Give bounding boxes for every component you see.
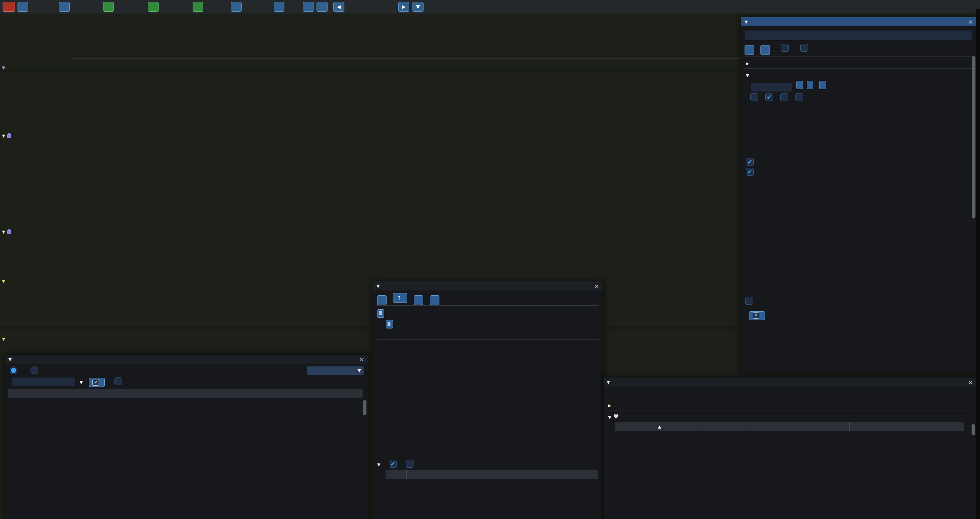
frame-bars-canvas[interactable] [0, 15, 741, 38]
find-zone-scrollbar[interactable] [972, 56, 975, 219]
group-median-swatch [775, 168, 781, 175]
memory-plot-header[interactable]: ▼ [2, 276, 11, 284]
find-button[interactable] [745, 45, 754, 55]
group-mean-checkbox[interactable] [746, 168, 754, 176]
zoom-tool-button[interactable] [317, 2, 328, 12]
copy-icon[interactable] [386, 320, 393, 329]
memory-status [508, 2, 513, 12]
cpu-data-header[interactable]: ▼ [2, 63, 5, 71]
clear-filter-button[interactable]: × [89, 378, 105, 387]
log-values-checkbox[interactable] [750, 93, 758, 101]
thread-swatch [377, 330, 384, 337]
source-button[interactable] [430, 295, 439, 305]
limit-range-checkbox[interactable] [800, 44, 808, 52]
stats-table-header[interactable]: ▼ [8, 389, 363, 398]
location-swatch [377, 321, 384, 328]
stats-scrollbar[interactable] [363, 400, 366, 415]
statistics-button[interactable] [148, 2, 159, 12]
collapse-icon[interactable]: ▼ [377, 284, 380, 289]
reset-button[interactable] [819, 81, 826, 89]
prev-frame-button[interactable]: ◀ [333, 2, 344, 12]
info-button[interactable] [274, 2, 285, 12]
histogram-tree[interactable]: ▼ [746, 70, 749, 79]
cpu-plot-canvas[interactable] [0, 344, 741, 356]
memory-window: ▼× ▶ ▼ ♥ ▲ [603, 377, 977, 519]
cpu-data-rule [0, 71, 741, 71]
allocations-tree[interactable]: ▶ [608, 400, 611, 409]
show-zone-time-checkbox[interactable] [745, 297, 753, 305]
statistics-titlebar[interactable]: ▼× [5, 355, 368, 364]
frame-down-button[interactable]: ▼ [412, 2, 423, 12]
filter-input[interactable] [12, 377, 76, 386]
glthread-header[interactable]: ▼ [2, 131, 11, 139]
messages-table-header [386, 470, 598, 479]
sort-arrow: ▲ [658, 422, 661, 431]
collapse-icon[interactable]: ▼ [607, 380, 610, 385]
power-button[interactable] [3, 2, 15, 12]
memory-button[interactable] [192, 2, 203, 12]
close-icon[interactable]: × [968, 378, 973, 386]
limit-range-checkbox[interactable] [115, 377, 122, 385]
instrumentation-radio[interactable] [10, 366, 18, 374]
legend-row-1 [746, 157, 792, 166]
find-zone-titlebar[interactable]: ▼× [741, 17, 977, 26]
close-icon[interactable]: × [968, 18, 973, 26]
found-zones-row: × [745, 310, 765, 319]
next-frame-button[interactable]: ▶ [398, 2, 409, 12]
zone-statistics-button[interactable] [414, 295, 423, 305]
log-time-checkbox[interactable] [765, 93, 773, 101]
self-time-checkbox[interactable] [795, 93, 803, 101]
sampling-radio[interactable] [30, 366, 38, 374]
ignore-case-checkbox[interactable] [781, 44, 789, 52]
cpu-plot-header[interactable]: ▼ [2, 334, 11, 342]
exclude-children-checkbox[interactable] [406, 460, 414, 468]
memory-scrollbar[interactable] [972, 424, 975, 435]
memory-titlebar[interactable]: ▼× [603, 377, 977, 386]
zone-thread [377, 329, 384, 338]
clear-icon: × [92, 379, 99, 386]
collapse-icon[interactable]: ▼ [377, 462, 380, 467]
close-icon[interactable]: × [359, 355, 364, 363]
clear-button[interactable] [760, 45, 770, 55]
min-bin-input[interactable] [750, 83, 792, 92]
stats-mode-row [10, 366, 73, 375]
zoom-to-zone-button[interactable] [377, 295, 387, 305]
median-swatch [785, 159, 792, 166]
frame-time [429, 2, 431, 12]
streaming-header[interactable]: ▼ [2, 227, 11, 235]
cpu-usage-band-canvas [0, 72, 741, 86]
close-icon[interactable]: × [594, 282, 599, 290]
timing-dropdown[interactable]: ▼ [307, 366, 364, 375]
legend-row-2 [746, 167, 781, 176]
find-zone-search-input[interactable] [745, 30, 972, 41]
copy-icon[interactable] [377, 309, 384, 318]
plus-button[interactable] [807, 81, 813, 89]
ghost-icon [7, 133, 11, 138]
show-zone-time-row [745, 296, 753, 305]
zone-info-buttons: ↑ [377, 293, 439, 305]
tools-button[interactable] [303, 2, 314, 12]
found-clear-button[interactable]: × [749, 311, 765, 320]
group-mean-swatch [756, 168, 762, 175]
matched-locations-tree[interactable]: ▶ [746, 58, 749, 67]
time-relative-checkbox[interactable] [389, 460, 397, 468]
compare-button[interactable] [231, 2, 242, 12]
histogram-canvas[interactable] [750, 177, 972, 275]
zone-info-titlebar[interactable]: ▼× [373, 281, 603, 291]
go-to-parent-button[interactable]: ↑ [393, 293, 407, 303]
minus-button[interactable] [797, 81, 803, 89]
collapse-icon[interactable]: ▼ [8, 357, 12, 362]
memory-plot-canvas[interactable] [0, 285, 741, 328]
minimap-strip[interactable] [976, 9, 980, 519]
collapse-icon[interactable]: ▼ [745, 19, 748, 24]
mean-checkbox[interactable] [746, 158, 754, 166]
find-zone-button[interactable] [103, 2, 114, 12]
messages-button[interactable] [59, 2, 70, 12]
cumulate-checkbox[interactable] [780, 93, 788, 101]
memory-table-header[interactable]: ▲ [615, 422, 964, 431]
active-allocations-tree[interactable]: ▼ ♥ [608, 412, 625, 421]
options-button[interactable] [18, 2, 28, 12]
min-bin-row [750, 81, 826, 90]
messages-header: ▼ [377, 459, 414, 468]
zone-location [377, 320, 393, 329]
